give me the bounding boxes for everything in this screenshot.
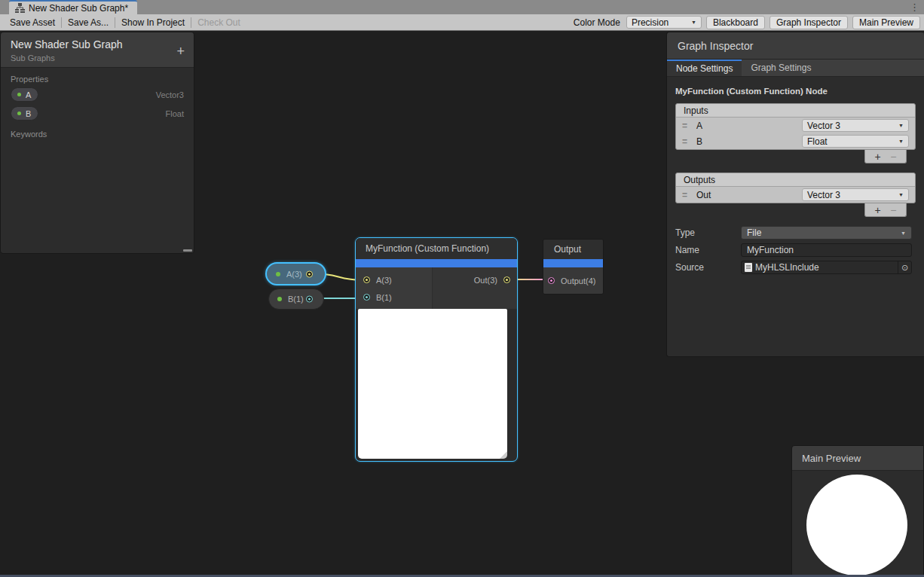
inputs-list-footer: + − [864,150,907,163]
output-ports-column: Out(3) [433,267,517,309]
outputs-list-footer: + − [864,203,907,217]
type-label: Type [675,227,741,238]
object-picker-icon[interactable]: ⊙ [898,261,911,273]
outputs-list: Outputs = Out Vector 3 ▼ [675,172,916,203]
property-node-b[interactable]: B(1) [268,288,324,310]
source-value: MyHLSLInclude [755,262,819,273]
source-field-row: Source MyHLSLInclude ⊙ [675,261,912,274]
property-pill-a[interactable]: A [11,87,38,102]
save-asset-button[interactable]: Save Asset [4,15,61,30]
remove-output-button[interactable]: − [890,205,896,215]
main-preview-viewport[interactable] [792,471,923,577]
type-dropdown[interactable]: File ▼ [741,226,912,240]
name-input[interactable]: MyFunction [741,243,912,257]
type-field-row: Type File ▼ [675,226,912,240]
drag-handle-icon[interactable]: = [682,121,691,131]
add-input-button[interactable]: + [875,151,881,162]
blackboard-property-row: B Float [1,104,194,123]
inputs-row-b[interactable]: = B Float ▼ [676,133,915,149]
output-node-port-row: Output(4) [543,276,595,285]
output-out-name: Out [696,190,711,200]
graph-inspector-panel: Graph Inspector Node Settings Graph Sett… [666,32,924,357]
output-port-out-label: Out(3) [474,276,497,285]
tab-graph-settings-label: Graph Settings [751,63,811,73]
blackboard-header[interactable]: New Shader Sub Graph Sub Graphs + [1,32,194,68]
node-preview-surface [358,309,507,459]
blackboard-subtitle: Sub Graphs [11,53,185,63]
chevron-down-icon: ▼ [898,139,904,144]
overflow-menu-icon[interactable]: ⋮ [910,0,919,14]
graph-inspector-header[interactable]: Graph Inspector [667,32,924,60]
add-output-button[interactable]: + [875,205,881,215]
preview-resize-grip[interactable] [500,451,507,459]
tab-node-settings[interactable]: Node Settings [667,60,742,76]
graph-canvas[interactable]: A(3) B(1) MyFunction (Custom Function) A… [0,32,924,577]
property-b-type: Float [166,109,184,118]
save-as-button[interactable]: Save As... [62,15,115,30]
preview-sphere [806,475,907,575]
add-property-button[interactable]: + [176,44,185,58]
node-color-strip [356,259,517,267]
tab-strip: New Shader Sub Graph* ⋮ [0,0,924,14]
input-a-type-dropdown[interactable]: Vector 3 ▼ [802,119,909,132]
tab-graph-settings[interactable]: Graph Settings [742,60,820,76]
input-a-name: A [696,121,702,131]
properties-section-label: Properties [1,68,194,85]
blackboard-toggle-button[interactable]: Blackboard [706,16,765,29]
sub-graph-asset-icon [15,3,25,13]
node-settings-heading: MyFunction (Custom Function) Node [667,77,924,96]
inputs-row-a[interactable]: = A Vector 3 ▼ [676,118,915,133]
outputs-row-out[interactable]: = Out Vector 3 ▼ [676,187,915,203]
show-in-project-button[interactable]: Show In Project [115,15,191,30]
output-node-port[interactable] [548,277,555,284]
drag-handle-icon[interactable]: = [682,190,691,200]
name-value: MyFunction [747,245,794,255]
exposed-dot-icon [276,272,280,276]
property-node-b-port[interactable] [306,296,313,303]
hlsl-file-icon [745,263,752,272]
main-preview-toggle-button[interactable]: Main Preview [852,16,920,29]
tab-new-shader-sub-graph[interactable]: New Shader Sub Graph* [9,0,137,14]
blackboard-panel: New Shader Sub Graph Sub Graphs + Proper… [0,32,194,254]
inputs-list: Inputs = A Vector 3 ▼ = B Float ▼ [675,103,916,150]
output-port-row-out: Out(3) [433,271,517,288]
input-b-type-dropdown[interactable]: Float ▼ [802,135,909,148]
main-preview-title: Main Preview [802,453,861,464]
input-port-a-label: A(3) [376,276,392,285]
input-port-b[interactable] [363,294,370,301]
graph-inspector-title: Graph Inspector [678,40,753,52]
color-mode-dropdown[interactable]: Precision ▼ [626,16,702,29]
remove-input-button[interactable]: − [890,151,896,162]
exposed-dot-icon [17,111,21,115]
output-node-ports: Output(4) [543,267,603,294]
check-out-button: Check Out [191,15,246,30]
input-port-row-b: B(1) [356,288,432,306]
output-out-type-dropdown[interactable]: Vector 3 ▼ [802,188,909,201]
blackboard-resize-grip[interactable] [183,249,192,252]
property-node-a-port[interactable] [306,270,313,277]
chevron-down-icon: ▼ [898,123,904,128]
output-node-title[interactable]: Output [543,240,603,259]
input-port-row-a: A(3) [356,271,432,288]
property-node-a-label: A(3) [286,270,302,279]
main-preview-header[interactable]: Main Preview [792,446,923,471]
name-field-row: Name MyFunction [675,243,912,257]
output-out-type-value: Vector 3 [807,190,840,200]
inputs-list-header: Inputs [676,104,915,118]
input-ports-column: A(3) B(1) [356,267,433,309]
custom-function-node-title[interactable]: MyFunction (Custom Function) [356,238,517,259]
property-node-b-label: B(1) [288,295,304,304]
property-pill-b[interactable]: B [11,106,38,121]
tab-title: New Shader Sub Graph* [29,3,128,14]
drag-handle-icon[interactable]: = [682,136,691,147]
graph-inspector-toggle-button[interactable]: Graph Inspector [769,16,848,29]
property-node-a[interactable]: A(3) [265,262,326,285]
output-port-out[interactable] [503,276,510,283]
input-port-a[interactable] [363,276,370,283]
output-node[interactable]: Output Output(4) [543,239,604,295]
source-object-field[interactable]: MyHLSLInclude ⊙ [741,261,912,274]
input-b-type-value: Float [807,136,828,147]
blackboard-title: New Shader Sub Graph [11,38,185,50]
custom-function-node[interactable]: MyFunction (Custom Function) A(3) B(1) O… [355,237,518,462]
exposed-dot-icon [277,297,282,301]
